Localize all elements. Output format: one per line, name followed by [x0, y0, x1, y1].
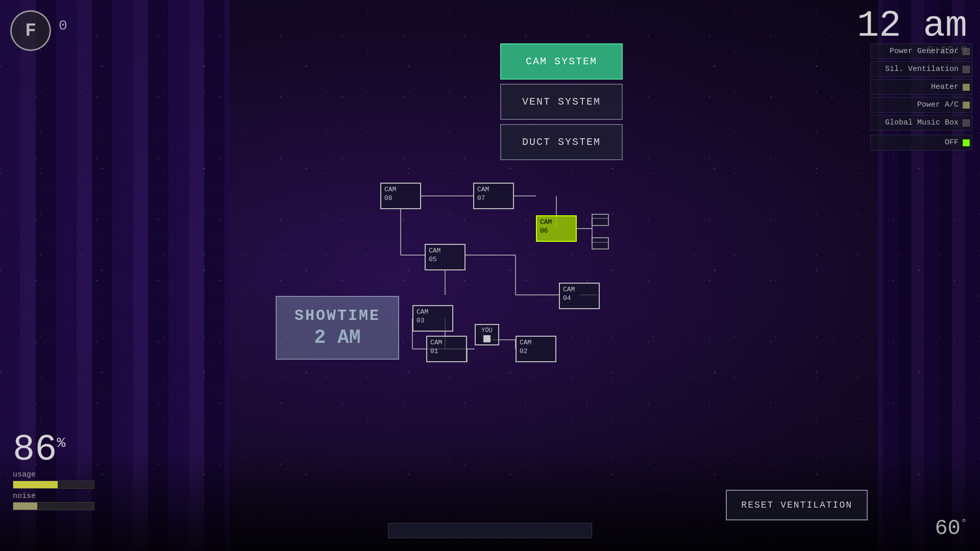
noise-bar-track — [13, 502, 94, 510]
toggle-power-generator-label: Power Generator — [890, 47, 959, 56]
off-indicator[interactable]: OFF — [870, 135, 972, 151]
score-display: 0 — [59, 18, 67, 34]
cam-system-button[interactable]: CAM SYSTEM — [500, 43, 623, 80]
cam-node-07[interactable]: CAM07 — [473, 183, 514, 209]
toggle-heater-led — [963, 84, 970, 91]
toggle-global-music-label: Global Music Box — [885, 118, 959, 127]
power-percentage: 86% — [13, 432, 94, 468]
showtime-title: SHOWTIME — [295, 307, 380, 324]
toggle-sil-ventilation[interactable]: Sil. Ventilation — [870, 61, 972, 77]
you-inner-box — [483, 335, 491, 342]
toggle-heater-label: Heater — [931, 83, 959, 91]
toggle-global-music[interactable]: Global Music Box — [870, 115, 972, 131]
cam-node-01[interactable]: CAM01 — [426, 336, 467, 362]
temperature-display: 60° — [935, 516, 967, 541]
system-buttons-panel: CAM SYSTEM VENT SYSTEM DUCT SYSTEM — [500, 43, 623, 160]
toggle-power-ac[interactable]: Power A/C — [870, 97, 972, 113]
showtime-sign: SHOWTIME 2 AM — [276, 296, 399, 360]
cam-node-05[interactable]: CAM05 — [425, 244, 465, 270]
toggle-global-music-led — [963, 119, 970, 127]
off-label: OFF — [945, 138, 959, 147]
cam-node-08[interactable]: CAM08 — [380, 183, 421, 209]
logo-letter: F — [25, 20, 36, 41]
cam-node-03[interactable]: CAM03 — [412, 305, 453, 332]
duct-system-button[interactable]: DUCT SYSTEM — [500, 124, 623, 160]
showtime-time: 2 AM — [295, 327, 380, 348]
logo-circle: F — [10, 10, 51, 51]
cam-node-02[interactable]: CAM02 — [516, 336, 556, 362]
toggle-power-ac-led — [963, 102, 970, 109]
time-main: 12 am — [857, 8, 967, 44]
usage-bar-fill — [13, 481, 58, 488]
you-label: YOU — [481, 327, 493, 334]
vent-system-button[interactable]: VENT SYSTEM — [500, 84, 623, 120]
toggle-power-generator[interactable]: Power Generator — [870, 43, 972, 59]
you-node: YOU — [475, 324, 499, 345]
toggle-sil-ventilation-led — [963, 66, 970, 73]
cam-node-06[interactable]: CAM06 — [536, 215, 577, 242]
toggle-sil-ventilation-label: Sil. Ventilation — [885, 65, 959, 73]
cam-node-04[interactable]: CAM04 — [559, 283, 600, 309]
toggle-power-ac-label: Power A/C — [917, 101, 959, 109]
usage-label: usage — [13, 470, 94, 479]
ui-layer: F 0 12 am 0:19:9 CAM SYSTEM VENT SYSTEM … — [0, 0, 980, 551]
bottom-center-bar — [388, 523, 592, 538]
toggle-heater[interactable]: Heater — [870, 79, 972, 95]
off-led — [963, 139, 970, 146]
right-toggle-panel: Power Generator Sil. Ventilation Heater … — [870, 43, 972, 151]
svg-rect-25 — [592, 238, 608, 249]
noise-bar-fill — [13, 503, 37, 510]
stats-panel: 86% usage noise — [13, 432, 94, 510]
reset-ventilation-button[interactable]: RESET VENTILATION — [726, 490, 868, 520]
svg-rect-24 — [592, 214, 608, 226]
toggle-power-generator-led — [963, 48, 970, 55]
noise-bar-row: noise — [13, 492, 94, 510]
noise-label: noise — [13, 492, 94, 500]
usage-bar-track — [13, 481, 94, 489]
usage-bar-row: usage — [13, 470, 94, 489]
